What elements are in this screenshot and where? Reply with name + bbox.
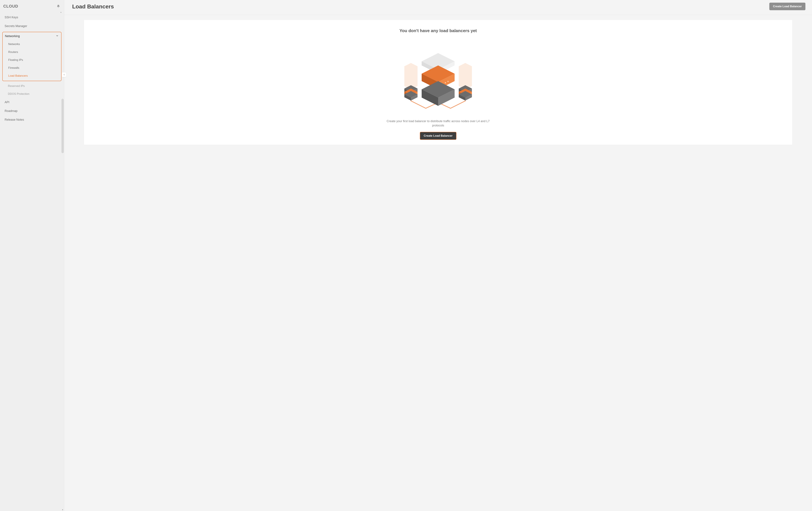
notifications-bell-icon[interactable] (57, 4, 60, 8)
create-load-balancer-top-button[interactable]: Create Load Balancer (769, 3, 805, 10)
sidebar-item-label: Release Notes (5, 118, 24, 121)
sidebar-item-label: Routers (8, 51, 18, 54)
sidebar-group-networking-header[interactable]: Networking (3, 32, 61, 40)
sidebar-item-label: API (5, 101, 9, 104)
svg-point-28 (447, 81, 449, 82)
illustration-right-node (459, 63, 472, 101)
sidebar-item-ddos-protection[interactable]: DDOS Protection (0, 90, 64, 98)
sidebar-item-label: Roadmap (5, 109, 18, 113)
sidebar-item-release-notes[interactable]: Release Notes (0, 115, 64, 124)
sidebar-group-networking: Networking Networks Routers Floating IPs (2, 32, 61, 81)
sidebar-scrollbar-thumb[interactable] (61, 99, 64, 153)
main: Load Balancers Create Load Balancer You … (64, 0, 812, 511)
sidebar-item-label: Load Balancers (8, 74, 28, 77)
illustration-left-node (404, 63, 417, 101)
sidebar-header: CLOUD (0, 4, 64, 12)
sidebar-item-label: Secrets Manager (5, 24, 27, 28)
sidebar-item-api[interactable]: API (0, 98, 64, 107)
sidebar-item-label: Networks (8, 42, 20, 46)
sidebar-nav-inner: SSH Keys Secrets Manager Networking Netw… (0, 13, 64, 127)
chevron-down-icon (56, 34, 58, 38)
brand-label: CLOUD (3, 4, 18, 8)
sidebar-nav: SSH Keys Secrets Manager Networking Netw… (0, 13, 64, 511)
sidebar-collapse-handle[interactable] (62, 72, 66, 77)
sidebar-item-ssh-keys[interactable]: SSH Keys (0, 13, 64, 22)
sidebar: CLOUD ▲ SSH Keys Secrets Manager Network… (0, 0, 64, 511)
sidebar-item-label: DDOS Protection (8, 92, 29, 95)
sidebar-item-load-balancers[interactable]: Load Balancers (3, 72, 61, 80)
topbar: Load Balancers Create Load Balancer (64, 0, 812, 15)
sidebar-item-networks[interactable]: Networks (3, 40, 61, 48)
sidebar-item-floating-ips[interactable]: Floating IPs (3, 56, 61, 64)
sidebar-item-label: Reserved IPs (8, 84, 25, 88)
content: You don't have any load balancers yet (64, 15, 812, 511)
load-balancer-illustration (395, 41, 481, 111)
app-root: CLOUD ▲ SSH Keys Secrets Manager Network… (0, 0, 812, 511)
sidebar-item-routers[interactable]: Routers (3, 48, 61, 56)
scroll-up-arrow-icon[interactable]: ▲ (0, 11, 64, 13)
empty-state-description: Create your first load balancer to distr… (385, 119, 491, 127)
sidebar-item-reserved-ips[interactable]: Reserved IPs (0, 82, 64, 90)
sidebar-item-label: Floating IPs (8, 58, 23, 61)
sidebar-item-label: Firewalls (8, 66, 19, 69)
sidebar-item-label: SSH Keys (5, 16, 18, 19)
create-load-balancer-cta-button[interactable]: Create Load Balancer (420, 132, 457, 140)
empty-state-title: You don't have any load balancers yet (91, 28, 786, 33)
sidebar-item-secrets-manager[interactable]: Secrets Manager (0, 22, 64, 30)
sidebar-group-label: Networking (5, 34, 20, 38)
svg-point-27 (445, 82, 446, 83)
empty-state-card: You don't have any load balancers yet (84, 20, 792, 145)
page-title: Load Balancers (72, 3, 114, 10)
illustration-center-balancer (422, 53, 455, 106)
scroll-down-arrow-icon[interactable]: ▼ (62, 509, 63, 511)
sidebar-item-firewalls[interactable]: Firewalls (3, 64, 61, 72)
sidebar-item-roadmap[interactable]: Roadmap (0, 107, 64, 115)
